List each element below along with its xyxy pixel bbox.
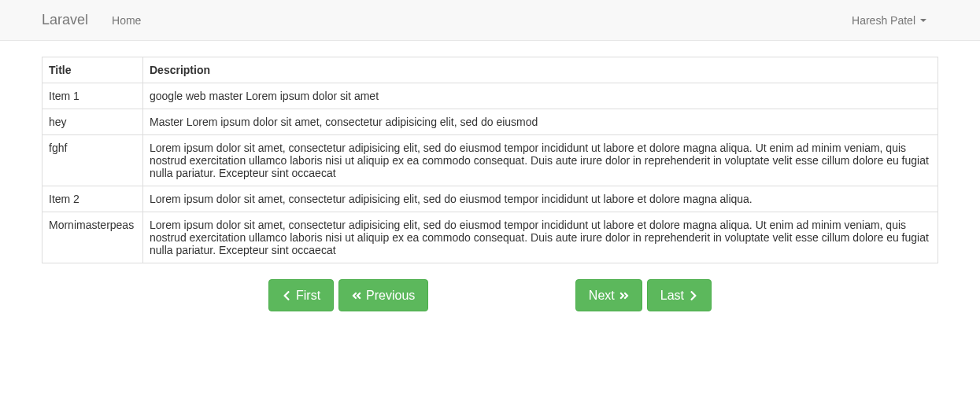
cell-title: hey	[43, 109, 143, 135]
caret-down-icon	[920, 19, 926, 22]
pagination-right: Next Last	[575, 279, 712, 311]
cell-description: google web master Lorem ipsum dolor sit …	[143, 83, 938, 109]
table-row: fghfLorem ipsum dolor sit amet, consecte…	[43, 135, 938, 186]
table-row: Item 2Lorem ipsum dolor sit amet, consec…	[43, 186, 938, 212]
first-label: First	[296, 288, 320, 303]
navbar: Laravel Home Haresh Patel	[0, 0, 980, 41]
cell-title: Item 2	[43, 186, 143, 212]
navbar-left: Laravel Home	[12, 0, 153, 40]
pagination: First Previous Next Last	[42, 279, 938, 311]
table-row: MornimasterpeasLorem ipsum dolor sit ame…	[43, 212, 938, 263]
user-dropdown[interactable]: Haresh Patel	[840, 2, 938, 39]
next-button[interactable]: Next	[575, 279, 642, 311]
cell-title: Item 1	[43, 83, 143, 109]
table-header-row: Title Description	[43, 57, 938, 83]
first-button[interactable]: First	[268, 279, 334, 311]
cell-description: Lorem ipsum dolor sit amet, consectetur …	[143, 135, 938, 186]
double-chevron-right-icon	[619, 290, 629, 301]
table-row: heyMaster Lorem ipsum dolor sit amet, co…	[43, 109, 938, 135]
chevron-left-icon	[282, 290, 291, 301]
header-description: Description	[143, 57, 938, 83]
cell-description: Master Lorem ipsum dolor sit amet, conse…	[143, 109, 938, 135]
cell-description: Lorem ipsum dolor sit amet, consectetur …	[143, 212, 938, 263]
previous-button[interactable]: Previous	[338, 279, 428, 311]
username-label: Haresh Patel	[852, 14, 915, 27]
cell-title: fghf	[43, 135, 143, 186]
pagination-left: First Previous	[268, 279, 428, 311]
header-title: Title	[43, 57, 143, 83]
cell-description: Lorem ipsum dolor sit amet, consectetur …	[143, 186, 938, 212]
nav-home-link[interactable]: Home	[100, 2, 153, 39]
navbar-brand[interactable]: Laravel	[12, 0, 100, 40]
chevron-right-icon	[689, 290, 698, 301]
cell-title: Mornimasterpeas	[43, 212, 143, 263]
data-table: Title Description Item 1google web maste…	[42, 57, 938, 263]
table-row: Item 1google web master Lorem ipsum dolo…	[43, 83, 938, 109]
main-container: Title Description Item 1google web maste…	[0, 41, 980, 327]
last-button[interactable]: Last	[647, 279, 712, 311]
previous-label: Previous	[366, 288, 415, 303]
double-chevron-left-icon	[352, 290, 361, 301]
navbar-right: Haresh Patel	[840, 2, 968, 39]
next-label: Next	[589, 288, 615, 303]
last-label: Last	[660, 288, 684, 303]
